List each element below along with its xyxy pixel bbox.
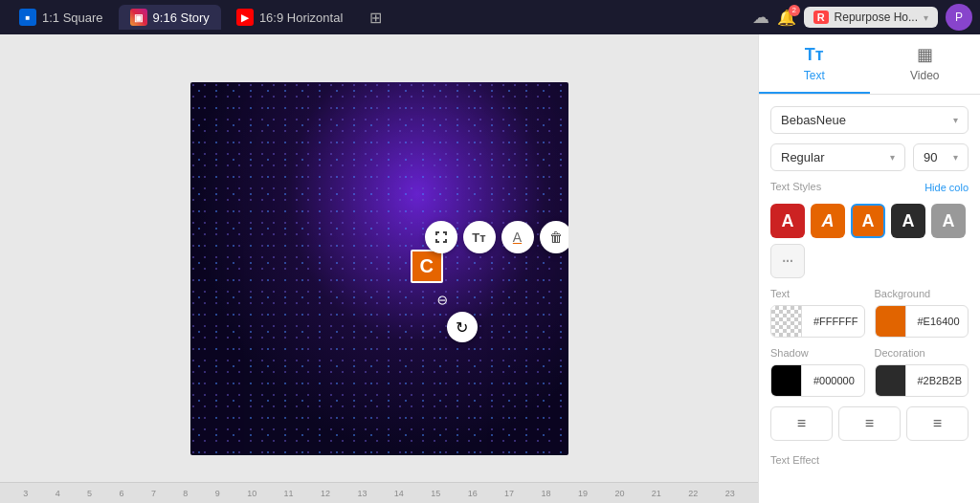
shadow-color-label: Shadow bbox=[770, 347, 865, 359]
swatch-more[interactable]: ··· bbox=[770, 244, 805, 278]
main-content: Tт A 🗑 C ⊘ ↻ bbox=[0, 34, 980, 503]
transform-button[interactable] bbox=[425, 221, 457, 253]
align-right-button[interactable]: ≡ bbox=[906, 406, 969, 441]
hide-color-link[interactable]: Hide colo bbox=[924, 182, 969, 193]
align-center-icon: ≡ bbox=[865, 415, 874, 432]
style-swatches: A A A A A ··· bbox=[770, 204, 969, 278]
ruler-mark: 15 bbox=[431, 489, 440, 498]
ruler-mark: 21 bbox=[652, 489, 661, 498]
panel-content: BebasNeue ▾ Regular ▾ 90 ▾ Text Styles H… bbox=[759, 95, 980, 479]
align-center-button[interactable]: ≡ bbox=[838, 406, 901, 441]
align-left-icon: ≡ bbox=[797, 415, 806, 432]
decoration-color-label: Decoration bbox=[875, 347, 969, 359]
text-color-swatch bbox=[771, 306, 802, 337]
decoration-color-row[interactable]: #2B2B2B bbox=[875, 364, 969, 397]
ruler-mark: 5 bbox=[87, 489, 92, 498]
text-color-icon: A bbox=[513, 230, 522, 245]
tab-add[interactable]: ⊞ bbox=[358, 5, 399, 31]
decoration-color-hex: #2B2B2B bbox=[912, 375, 968, 386]
ruler-mark: 6 bbox=[119, 489, 123, 498]
text-effect-label: Text Effect bbox=[770, 454, 819, 466]
ruler-mark: 23 bbox=[725, 489, 735, 498]
ruler-marks: 3 4 5 6 7 8 9 10 11 12 13 14 15 16 17 18… bbox=[0, 489, 758, 498]
swatch-dark-letter: A bbox=[902, 211, 915, 231]
text-color-row[interactable]: #FFFFFF bbox=[770, 305, 865, 338]
tab-text[interactable]: Tт Text bbox=[759, 34, 870, 94]
swatch-orange1[interactable]: A bbox=[811, 204, 845, 238]
ruler-mark: 8 bbox=[183, 489, 188, 498]
font-family-arrow-icon: ▾ bbox=[953, 115, 958, 125]
bg-color-row[interactable]: #E16400 bbox=[875, 305, 969, 338]
text-color-hex: #FFFFFF bbox=[808, 316, 863, 327]
text-color-label: Text bbox=[770, 288, 865, 299]
swatch-red[interactable]: A bbox=[770, 204, 805, 238]
resize-handle-icon[interactable]: ⊘ bbox=[434, 291, 453, 310]
text-styles-label: Text Styles bbox=[770, 181, 821, 192]
font-family-dropdown[interactable]: BebasNeue ▾ bbox=[770, 106, 969, 134]
font-style-value: Regular bbox=[781, 150, 825, 164]
font-size-value: 90 bbox=[924, 150, 937, 164]
bg-color-label: Background bbox=[875, 288, 969, 299]
text-tab-icon: Tт bbox=[805, 45, 824, 65]
text-tab-label: Text bbox=[804, 69, 825, 82]
canvas-area[interactable]: Tт A 🗑 C ⊘ ↻ bbox=[0, 34, 758, 503]
text-color-button[interactable]: A bbox=[501, 221, 534, 253]
swatch-dark[interactable]: A bbox=[891, 204, 925, 238]
notification-badge: 2 bbox=[789, 5, 800, 16]
shadow-color-item: Shadow #000000 bbox=[770, 347, 865, 397]
swatch-orange2-letter: A bbox=[862, 211, 875, 231]
align-left-button[interactable]: ≡ bbox=[770, 406, 833, 441]
canvas-text-content: C bbox=[420, 255, 434, 276]
notification-bell-icon[interactable]: 🔔 2 bbox=[777, 9, 796, 27]
repurpose-button[interactable]: R Repurpose Ho... ▾ bbox=[804, 7, 938, 28]
bg-color-item: Background #E16400 bbox=[875, 288, 969, 338]
canvas-wrapper: Tт A 🗑 C ⊘ ↻ bbox=[190, 82, 568, 455]
shadow-color-swatch bbox=[771, 365, 802, 396]
trash-icon: 🗑 bbox=[549, 230, 563, 245]
swatch-orange2[interactable]: A bbox=[851, 204, 885, 238]
font-style-dropdown[interactable]: Regular ▾ bbox=[770, 143, 905, 171]
swatch-gray[interactable]: A bbox=[931, 204, 966, 238]
ruler-mark: 17 bbox=[504, 489, 514, 498]
canvas-text-element[interactable]: C bbox=[411, 250, 443, 283]
swatch-red-letter: A bbox=[782, 211, 794, 231]
avatar-initial: P bbox=[955, 11, 963, 24]
ruler-mark: 14 bbox=[394, 489, 404, 498]
video-tab-label: Video bbox=[910, 69, 939, 82]
tab-square-label: 1:1 Square bbox=[42, 11, 103, 25]
panel-tabs: Tт Text ▦ Video bbox=[759, 34, 980, 95]
shadow-color-row[interactable]: #000000 bbox=[770, 364, 865, 397]
repurpose-arrow-icon: ▾ bbox=[924, 12, 928, 23]
tab-story[interactable]: ▣ 9:16 Story bbox=[119, 5, 221, 30]
ruler-mark: 16 bbox=[468, 489, 478, 498]
font-family-value: BebasNeue bbox=[781, 113, 846, 127]
tab-horizontal[interactable]: ▶ 16:9 Horizontal bbox=[225, 5, 354, 30]
swatch-gray-letter: A bbox=[943, 211, 955, 231]
cloud-icon[interactable]: ☁ bbox=[752, 7, 769, 28]
tab-video[interactable]: ▦ Video bbox=[870, 34, 981, 94]
top-right-actions: ☁ 🔔 2 R Repurpose Ho... ▾ P bbox=[752, 4, 972, 31]
right-panel: Tт Text ▦ Video BebasNeue ▾ Regular ▾ bbox=[758, 34, 980, 503]
ruler-bottom: 3 4 5 6 7 8 9 10 11 12 13 14 15 16 17 18… bbox=[0, 482, 758, 503]
delete-button[interactable]: 🗑 bbox=[540, 221, 568, 253]
color-grid: Text #FFFFFF Background #E16400 Shadow bbox=[770, 288, 969, 397]
ruler-mark: 13 bbox=[357, 489, 367, 498]
text-styles-header: Text Styles Hide colo bbox=[770, 181, 969, 194]
rotate-icon[interactable]: ↻ bbox=[447, 312, 478, 342]
tab-square[interactable]: ■ 1:1 Square bbox=[8, 5, 115, 30]
canvas-image[interactable]: Tт A 🗑 C ⊘ ↻ bbox=[190, 82, 568, 455]
rotate-handle[interactable]: ↻ bbox=[447, 312, 478, 342]
text-format-button[interactable]: Tт bbox=[463, 221, 496, 253]
swatch-orange1-letter: A bbox=[822, 211, 835, 231]
ruler-mark: 22 bbox=[688, 489, 698, 498]
ruler-mark: 3 bbox=[23, 489, 28, 498]
font-size-dropdown[interactable]: 90 ▾ bbox=[913, 143, 969, 171]
tab-horizontal-icon: ▶ bbox=[236, 9, 254, 26]
ruler-mark: 11 bbox=[284, 489, 294, 498]
decoration-color-item: Decoration #2B2B2B bbox=[875, 347, 969, 397]
align-right-icon: ≡ bbox=[933, 415, 942, 432]
tab-horizontal-label: 16:9 Horizontal bbox=[259, 11, 343, 25]
user-avatar[interactable]: P bbox=[946, 4, 972, 31]
repurpose-label: Repurpose Ho... bbox=[835, 11, 918, 24]
text-color-item: Text #FFFFFF bbox=[770, 288, 865, 338]
